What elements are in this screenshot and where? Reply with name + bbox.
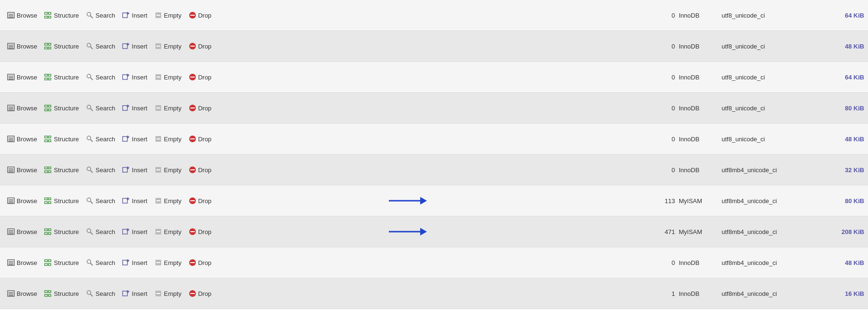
- row-actions: BrowseStructureSearchInsertEmptyDrop: [4, 288, 394, 299]
- browse-button[interactable]: Browse: [4, 10, 40, 21]
- drop-button[interactable]: Drop: [185, 10, 214, 21]
- empty-button[interactable]: Empty: [151, 164, 184, 176]
- insert-button[interactable]: Insert: [119, 195, 150, 206]
- size-label: 64 KiB: [826, 12, 864, 19]
- browse-button[interactable]: Browse: [4, 164, 40, 176]
- svg-rect-12: [190, 15, 195, 16]
- browse-button[interactable]: Browse: [4, 226, 40, 237]
- drop-button[interactable]: Drop: [185, 71, 214, 83]
- browse-button[interactable]: Browse: [4, 133, 40, 145]
- empty-button[interactable]: Empty: [151, 195, 184, 206]
- structure-button[interactable]: Structure: [41, 164, 82, 176]
- empty-button[interactable]: Empty: [151, 71, 184, 83]
- drop-button[interactable]: Drop: [185, 40, 214, 52]
- row-actions: BrowseStructureSearchInsertEmptyDrop: [4, 71, 394, 83]
- drop-button[interactable]: Drop: [185, 164, 214, 176]
- row-stats: 1InnoDButf8mb4_unicode_ci16 KiB: [650, 290, 864, 297]
- structure-button[interactable]: Structure: [41, 195, 82, 206]
- drop-button[interactable]: Drop: [185, 195, 214, 206]
- drop-button[interactable]: Drop: [185, 102, 214, 114]
- search-button[interactable]: Search: [83, 257, 118, 268]
- search-button[interactable]: Search: [83, 71, 118, 83]
- structure-icon: [44, 289, 52, 298]
- empty-button[interactable]: Empty: [151, 133, 184, 145]
- drop-button[interactable]: Drop: [185, 133, 214, 145]
- insert-button[interactable]: Insert: [119, 133, 150, 145]
- structure-button[interactable]: Structure: [41, 288, 82, 299]
- structure-button[interactable]: Structure: [41, 71, 82, 83]
- browse-button[interactable]: Browse: [4, 102, 40, 114]
- svg-rect-79: [48, 198, 51, 200]
- empty-icon: [154, 135, 163, 143]
- search-button[interactable]: Search: [83, 10, 118, 21]
- svg-rect-2: [45, 16, 48, 18]
- insert-button[interactable]: Insert: [119, 71, 150, 83]
- search-icon: [86, 42, 94, 50]
- browse-icon: [7, 227, 15, 236]
- rows-count: 0: [650, 43, 679, 50]
- svg-rect-94: [48, 233, 51, 235]
- svg-point-56: [87, 136, 91, 140]
- empty-icon: [154, 104, 163, 112]
- svg-rect-62: [156, 138, 160, 139]
- search-button[interactable]: Search: [83, 195, 118, 206]
- row-actions: BrowseStructureSearchInsertEmptyDrop: [4, 164, 394, 176]
- table-row: BrowseStructureSearchInsertEmptyDrop0Inn…: [0, 124, 868, 155]
- browse-button[interactable]: Browse: [4, 257, 40, 268]
- row-actions: BrowseStructureSearchInsertEmptyDrop: [4, 257, 394, 268]
- insert-button[interactable]: Insert: [119, 102, 150, 114]
- svg-line-31: [90, 78, 93, 80]
- empty-button[interactable]: Empty: [151, 10, 184, 21]
- insert-button[interactable]: Insert: [119, 40, 150, 52]
- empty-button[interactable]: Empty: [151, 257, 184, 268]
- empty-button[interactable]: Empty: [151, 226, 184, 237]
- arrow-annotation: [394, 196, 427, 205]
- structure-button[interactable]: Structure: [41, 10, 82, 21]
- search-button[interactable]: Search: [83, 133, 118, 145]
- search-button[interactable]: Search: [83, 164, 118, 176]
- browse-icon: [7, 166, 15, 174]
- svg-rect-52: [45, 136, 48, 138]
- drop-button[interactable]: Drop: [185, 226, 214, 237]
- row-stats: 0InnoDButf8_unicode_ci48 KiB: [650, 136, 864, 143]
- svg-line-57: [90, 139, 93, 142]
- search-button[interactable]: Search: [83, 102, 118, 114]
- insert-button[interactable]: Insert: [119, 226, 150, 237]
- structure-button[interactable]: Structure: [41, 226, 82, 237]
- insert-button[interactable]: Insert: [119, 288, 150, 299]
- drop-button[interactable]: Drop: [185, 288, 214, 299]
- structure-button[interactable]: Structure: [41, 40, 82, 52]
- search-button[interactable]: Search: [83, 40, 118, 52]
- collation-label: utf8mb4_unicode_ci: [722, 259, 826, 266]
- structure-button[interactable]: Structure: [41, 257, 82, 268]
- engine-label: InnoDB: [679, 136, 722, 143]
- browse-button[interactable]: Browse: [4, 288, 40, 299]
- insert-button[interactable]: Insert: [119, 164, 150, 176]
- insert-button[interactable]: Insert: [119, 257, 150, 268]
- search-button[interactable]: Search: [83, 288, 118, 299]
- structure-button[interactable]: Structure: [41, 133, 82, 145]
- arrow-annotation: [394, 227, 427, 236]
- insert-button[interactable]: Insert: [119, 10, 150, 21]
- drop-icon: [188, 11, 197, 20]
- structure-button[interactable]: Structure: [41, 102, 82, 114]
- svg-rect-65: [45, 167, 48, 169]
- empty-button[interactable]: Empty: [151, 102, 184, 114]
- empty-button[interactable]: Empty: [151, 288, 184, 299]
- empty-button[interactable]: Empty: [151, 40, 184, 52]
- table-row: BrowseStructureSearchInsertEmptyDrop0Inn…: [0, 247, 868, 278]
- svg-rect-55: [48, 140, 51, 142]
- browse-button[interactable]: Browse: [4, 195, 40, 206]
- structure-icon: [44, 258, 52, 267]
- browse-button[interactable]: Browse: [4, 40, 40, 52]
- search-button[interactable]: Search: [83, 226, 118, 237]
- browse-icon: [7, 258, 15, 267]
- insert-icon: [122, 104, 130, 112]
- svg-line-96: [90, 232, 93, 235]
- browse-button[interactable]: Browse: [4, 71, 40, 83]
- svg-rect-3: [48, 16, 51, 18]
- drop-button[interactable]: Drop: [185, 257, 214, 268]
- svg-line-70: [90, 170, 93, 173]
- collation-label: utf8_unicode_ci: [722, 136, 826, 143]
- insert-icon: [122, 289, 130, 298]
